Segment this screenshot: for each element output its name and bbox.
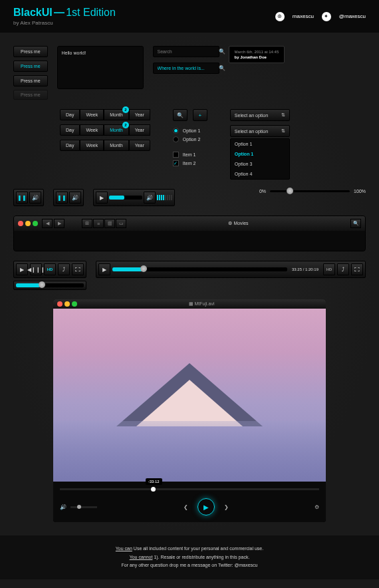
volume-button[interactable]: 🔊 — [69, 192, 81, 204]
hd-button[interactable]: HD — [44, 263, 56, 275]
chevron-updown-icon: ⇅ — [281, 128, 285, 134]
column-view-icon[interactable]: ▥ — [104, 219, 115, 228]
time-display: 33:25 / 1:20:19 — [289, 267, 321, 271]
progress-thumb[interactable] — [151, 487, 156, 492]
share-button[interactable]: ⤴ — [58, 263, 70, 275]
finder-body — [14, 231, 365, 251]
video-frame — [53, 309, 326, 482]
dropdown-option[interactable]: Option 4 — [231, 169, 289, 179]
badge: 2 — [122, 106, 129, 113]
press-button-4[interactable]: Press me — [13, 90, 48, 100]
share-button[interactable]: ⤴ — [337, 263, 349, 275]
select-2[interactable]: Select an option⇅ — [230, 125, 290, 137]
twitter-icon[interactable]: ✦ — [322, 12, 331, 21]
volume-button[interactable]: 🔊 — [29, 192, 41, 204]
press-button-1[interactable]: Press me — [13, 46, 48, 57]
video-controls-2: ▶ 33:25 / 1:20:19 HD ⤴ ⛶ — [96, 261, 366, 278]
minimize-icon[interactable] — [25, 221, 31, 226]
search-input-2[interactable] — [158, 66, 216, 71]
dropdown: Option 1 Option 1 Option 3 Option 4 — [230, 138, 290, 180]
radio-icon — [173, 128, 179, 134]
slider: 0% 100% — [259, 189, 366, 194]
search-input[interactable] — [158, 49, 216, 54]
check-item-2[interactable]: ✓Item 2 — [173, 160, 207, 166]
rewind-button[interactable]: ◀❙❙❙ — [30, 263, 42, 275]
fullscreen-button[interactable]: ⛶ — [72, 263, 84, 275]
progress-bar[interactable] — [109, 196, 142, 200]
dropdown-option-selected[interactable]: Option 1 — [231, 149, 289, 159]
next-button[interactable]: ❯ — [224, 504, 229, 510]
volume-icon[interactable]: 🔊 — [60, 504, 66, 510]
play-button[interactable]: ▶ — [98, 263, 110, 275]
minimize-icon[interactable] — [64, 301, 70, 307]
seg-week[interactable]: Week — [80, 140, 104, 151]
forward-button[interactable]: ▶ — [54, 219, 64, 228]
pause-button[interactable]: ❚❚ — [16, 192, 28, 204]
mini-player-1: ❚❚ 🔊 — [13, 189, 44, 206]
dribbble-icon[interactable]: ⊛ — [275, 12, 285, 21]
radio-option-1[interactable]: Option 1 — [173, 128, 207, 134]
seg-year[interactable]: Year — [129, 124, 150, 136]
select-1[interactable]: Select an option⇅ — [230, 109, 290, 121]
seg-year[interactable]: Year — [129, 109, 150, 120]
play-button[interactable]: ▶ — [96, 192, 108, 204]
seg-week[interactable]: Week — [80, 109, 104, 120]
play-button[interactable]: ▶ — [16, 263, 28, 275]
tooltip: March 6th, 2011 at 14:45 by Jonathan Doe — [229, 46, 285, 63]
search-icon[interactable]: 🔍 — [350, 219, 361, 228]
volume-thumb[interactable] — [77, 505, 81, 509]
maximize-icon[interactable] — [33, 221, 38, 226]
press-button-2[interactable]: Press me — [13, 61, 48, 72]
progress-bar[interactable] — [112, 267, 287, 271]
list-view-icon[interactable]: ≡ — [93, 219, 104, 228]
radio-option-2[interactable]: Option 2 — [173, 136, 207, 142]
volume-button[interactable]: 🔊 — [144, 192, 156, 204]
search-field[interactable]: 🔍 — [153, 46, 219, 57]
maximize-icon[interactable] — [72, 301, 77, 307]
checkbox-icon — [173, 152, 179, 158]
edition: 1st Edition — [66, 7, 116, 18]
textarea[interactable]: Hello world! — [57, 46, 144, 89]
slider-thumb[interactable] — [287, 188, 293, 194]
slider-track[interactable] — [270, 190, 350, 192]
mini-player-2: ❚❚ 🔊 — [53, 189, 84, 206]
seg-year[interactable]: Year — [129, 140, 150, 151]
close-icon[interactable] — [57, 301, 63, 307]
play-button-large[interactable]: ▶ — [197, 498, 215, 515]
search-field-2[interactable]: 🔍 — [153, 63, 219, 74]
back-button[interactable]: ◀ — [42, 219, 53, 228]
dropdown-option[interactable]: Option 1 — [231, 139, 289, 149]
chevron-updown-icon: ⇅ — [281, 112, 285, 118]
volume-dots[interactable] — [157, 195, 172, 200]
header: BlackUI — 1st Edition by Alex Patrascu ⊛… — [0, 0, 379, 33]
hd-button[interactable]: HD — [323, 263, 335, 275]
pause-button[interactable]: ❚❚ — [56, 192, 68, 204]
prev-button[interactable]: ❮ — [184, 504, 188, 510]
badge: 2 — [122, 122, 129, 128]
seg-day[interactable]: Day — [60, 140, 80, 151]
grid-view-icon[interactable]: ⊞ — [82, 219, 92, 228]
seg-day[interactable]: Day — [60, 124, 80, 136]
radio-icon — [173, 136, 179, 142]
add-icon-button[interactable]: + — [193, 109, 207, 121]
fullscreen-button[interactable]: ⛶ — [351, 263, 363, 275]
search-icon-button[interactable]: 🔍 — [173, 109, 188, 121]
seg-day[interactable]: Day — [60, 109, 80, 120]
seg-week[interactable]: Week — [80, 124, 104, 136]
video-controls-1: ▶ ◀❙❙❙ HD ⤴ ⛶ — [13, 261, 86, 278]
search-icon: 🔍 — [219, 49, 225, 55]
video-title: ▦ MtFuji.avi — [81, 301, 322, 307]
press-button-3[interactable]: Press me — [13, 75, 48, 86]
close-icon[interactable] — [18, 221, 23, 226]
traffic-lights — [57, 301, 77, 307]
volume-track[interactable] — [70, 506, 97, 508]
cover-view-icon[interactable]: ▭ — [116, 219, 126, 228]
dropdown-option[interactable]: Option 3 — [231, 159, 289, 169]
settings-icon[interactable]: ⚙ — [315, 504, 319, 510]
segment-1: Day Week Month Year 2 — [60, 109, 150, 120]
video-progress[interactable]: -33:12 — [60, 488, 319, 490]
finder-window: ◀▶ ⊞≡▥▭ ⚙ Movies 🔍 — [13, 216, 366, 251]
seg-month[interactable]: Month — [104, 140, 128, 151]
check-item-1[interactable]: Item 1 — [173, 152, 207, 158]
progress-bar[interactable] — [16, 283, 84, 287]
